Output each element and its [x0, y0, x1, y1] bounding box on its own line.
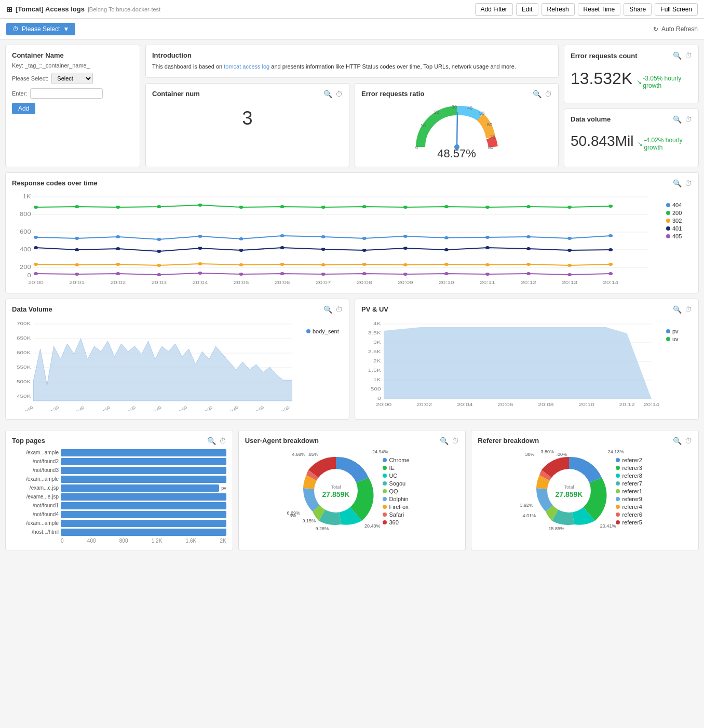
clock-icon[interactable]: ⏱ [545, 90, 552, 98]
svg-text:20:02: 20:02 [110, 279, 126, 285]
zoom-icon[interactable]: 🔍 [673, 437, 682, 445]
clock-icon[interactable]: ⏱ [685, 305, 692, 314]
svg-text:20:10: 20:10 [578, 401, 594, 407]
add-button[interactable]: Add [12, 103, 35, 114]
zoom-icon[interactable]: 🔍 [673, 305, 682, 314]
x-label-0: 0 [61, 538, 64, 544]
svg-point-57 [239, 249, 243, 252]
svg-text:3.5K: 3.5K [368, 330, 381, 335]
svg-point-60 [362, 249, 367, 252]
zoom-icon[interactable]: 🔍 [323, 90, 332, 98]
clock-icon[interactable]: ⏱ [335, 90, 343, 98]
legend-item-302: 302 [666, 218, 692, 224]
svg-point-84 [116, 272, 120, 275]
legend-item-uc: UC [383, 473, 409, 479]
svg-point-85 [157, 273, 161, 276]
legend-item-referer3: referer3 [616, 465, 642, 471]
clock-icon[interactable]: ⏱ [685, 115, 692, 124]
legend-label-200: 200 [672, 210, 682, 216]
intro-text: This dashboard is based on tomcat access… [152, 62, 552, 71]
full-screen-button[interactable]: Full Screen [655, 3, 698, 16]
legend-dot-chrome [383, 458, 387, 462]
user-agent-donut: Total 27.859K 24.94% 4.68% 6.69% 20.40% … [294, 449, 377, 534]
svg-text:700K: 700K [17, 321, 31, 326]
zoom-icon[interactable]: 🔍 [323, 305, 332, 314]
legend-dot-uc [383, 474, 387, 478]
clock-icon[interactable]: ⏱ [685, 51, 692, 60]
clock-icon[interactable]: ⏱ [335, 305, 343, 314]
container-num-title: Container num [152, 90, 200, 98]
svg-text:20:06: 20:06 [497, 401, 513, 407]
svg-text:20:14: 20:14 [644, 401, 659, 407]
svg-point-94 [526, 272, 531, 275]
svg-point-55 [157, 250, 161, 253]
svg-text:20:11: 20:11 [480, 279, 495, 285]
pv-area [384, 327, 652, 399]
svg-text:20:08: 20:08 [357, 279, 372, 285]
legend-item-referer4: referer4 [616, 504, 642, 510]
zoom-icon[interactable]: 🔍 [533, 90, 541, 98]
please-select-button[interactable]: ⏱ Please Select ▼ [6, 23, 75, 35]
zoom-icon[interactable]: 🔍 [207, 437, 216, 445]
svg-point-80 [567, 264, 572, 267]
svg-point-31 [403, 206, 408, 209]
svg-text:10: 10 [421, 123, 426, 128]
svg-point-38 [75, 237, 79, 240]
container-enter-input[interactable] [30, 88, 103, 99]
svg-point-69 [116, 263, 120, 266]
user-agent-legend: Chrome IE UC Sogou [383, 457, 409, 525]
clock-icon[interactable]: ⏱ [219, 437, 226, 445]
bar-track-8 [61, 511, 226, 518]
svg-point-56 [198, 247, 202, 250]
data-volume-chart-title: Data Volume [12, 305, 52, 313]
clock-icon[interactable]: ⏱ [685, 179, 692, 187]
introduction-title: Introduction [152, 51, 552, 59]
zoom-icon[interactable]: 🔍 [440, 437, 449, 445]
share-button[interactable]: Share [624, 3, 652, 16]
legend-item-referer8: referer8 [616, 473, 642, 479]
bar-label-5: /exam...c.jsp [12, 485, 59, 491]
svg-text:30: 30 [452, 104, 457, 110]
bar-row-1: /exam...ample [12, 449, 226, 456]
clock-icon[interactable]: ⏱ [452, 437, 459, 445]
legend-item-referer6: referer6 [616, 511, 642, 518]
svg-point-71 [198, 262, 202, 265]
clock-icon[interactable]: ⏱ [685, 437, 692, 445]
svg-point-70 [157, 264, 161, 267]
please-select-row: Please Select: Select [12, 73, 133, 84]
refresh-button[interactable]: Refresh [541, 3, 575, 16]
please-select-field-label: Please Select: [12, 75, 48, 82]
data-volume-svg-container: 700K 650K 600K 550K 500K 450K [12, 318, 302, 413]
zoom-icon[interactable]: 🔍 [673, 51, 682, 60]
bar-row-3: /not/found3 [12, 467, 226, 474]
grid-icon: ⊞ [6, 5, 12, 14]
legend-dot-ie [383, 466, 387, 470]
legend-label-302: 302 [672, 218, 682, 224]
svg-point-48 [485, 236, 490, 239]
referer-donut-svg: Total 27.859K [527, 449, 611, 532]
add-filter-button[interactable]: Add Filter [475, 3, 513, 16]
svg-text:2.5K: 2.5K [368, 348, 381, 354]
refresh-icon: ↻ [653, 25, 658, 33]
edit-button[interactable]: Edit [516, 3, 538, 16]
svg-point-42 [239, 237, 243, 240]
bar-label-1: /exam...ample [12, 450, 59, 455]
auto-refresh-toggle[interactable]: ↻ Auto Refresh [653, 25, 698, 33]
reset-time-button[interactable]: Reset Time [578, 3, 621, 16]
zoom-icon[interactable]: 🔍 [673, 115, 682, 124]
svg-text:20:13:20: 20:13:20 [274, 405, 291, 411]
container-select[interactable]: Select [51, 73, 93, 84]
svg-text:20:12: 20:12 [619, 401, 635, 407]
referer-panel: Referer breakdown 🔍 ⏱ [471, 430, 699, 550]
svg-text:20:04: 20:04 [193, 279, 208, 285]
svg-point-67 [34, 263, 38, 266]
top-pages-panel: Top pages 🔍 ⏱ /exam...ample /not/found2 … [5, 430, 233, 550]
intro-link[interactable]: tomcat access log [224, 63, 269, 70]
legend-label-referer9: referer9 [622, 496, 642, 502]
data-volume-growth-text: -4.02% hourly growth [644, 137, 692, 151]
data-volume-metric-value-row: 50.843Mil ↘ -4.02% hourly growth [571, 128, 692, 156]
legend-dot-401 [666, 226, 670, 231]
zoom-icon[interactable]: 🔍 [673, 179, 682, 187]
legend-item-sogou: Sogou [383, 480, 409, 487]
svg-point-49 [526, 235, 531, 238]
